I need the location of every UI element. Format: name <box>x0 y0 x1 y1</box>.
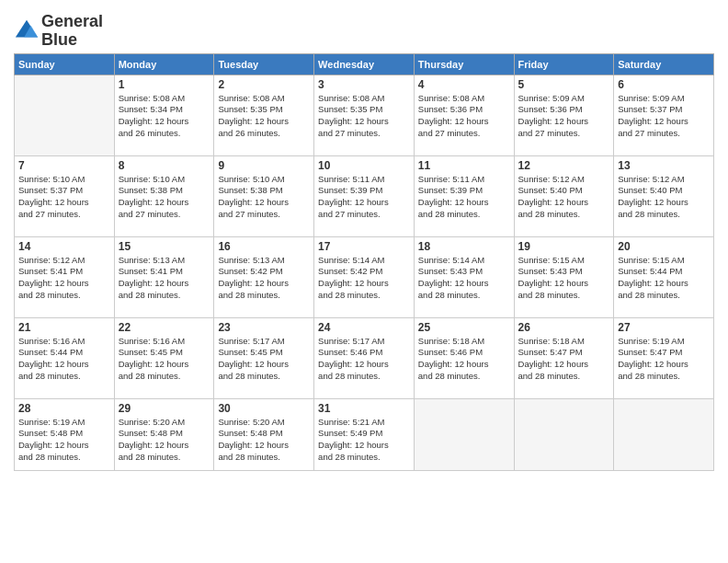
day-number: 1 <box>119 78 210 91</box>
day-info: Sunrise: 5:11 AM Sunset: 5:39 PM Dayligh… <box>418 174 510 221</box>
day-info: Sunrise: 5:12 AM Sunset: 5:41 PM Dayligh… <box>18 255 110 302</box>
calendar-cell <box>15 75 115 155</box>
day-info: Sunrise: 5:08 AM Sunset: 5:35 PM Dayligh… <box>218 93 310 140</box>
day-info: Sunrise: 5:14 AM Sunset: 5:43 PM Dayligh… <box>418 255 510 302</box>
day-number: 19 <box>518 240 610 253</box>
calendar-cell: 27Sunrise: 5:19 AM Sunset: 5:47 PM Dayli… <box>614 317 714 398</box>
calendar-cell: 23Sunrise: 5:17 AM Sunset: 5:45 PM Dayli… <box>214 317 314 398</box>
calendar-cell: 12Sunrise: 5:12 AM Sunset: 5:40 PM Dayli… <box>514 155 614 236</box>
day-number: 29 <box>119 402 210 415</box>
logo-icon <box>14 18 40 44</box>
day-info: Sunrise: 5:17 AM Sunset: 5:46 PM Dayligh… <box>318 336 410 383</box>
calendar-cell: 1Sunrise: 5:08 AM Sunset: 5:34 PM Daylig… <box>114 75 214 155</box>
day-header-sunday: Sunday <box>15 53 115 75</box>
calendar-cell: 6Sunrise: 5:09 AM Sunset: 5:37 PM Daylig… <box>614 75 714 155</box>
calendar-cell <box>414 398 514 470</box>
calendar-cell: 28Sunrise: 5:19 AM Sunset: 5:48 PM Dayli… <box>15 398 115 470</box>
day-info: Sunrise: 5:09 AM Sunset: 5:36 PM Dayligh… <box>518 93 610 140</box>
day-info: Sunrise: 5:08 AM Sunset: 5:35 PM Dayligh… <box>318 93 410 140</box>
calendar-cell: 31Sunrise: 5:21 AM Sunset: 5:49 PM Dayli… <box>314 398 415 470</box>
calendar-cell: 17Sunrise: 5:14 AM Sunset: 5:42 PM Dayli… <box>314 236 415 317</box>
calendar-cell: 25Sunrise: 5:18 AM Sunset: 5:46 PM Dayli… <box>414 317 514 398</box>
day-header-monday: Monday <box>114 53 214 75</box>
day-info: Sunrise: 5:18 AM Sunset: 5:47 PM Dayligh… <box>518 336 610 383</box>
day-number: 8 <box>119 159 210 172</box>
calendar-cell: 10Sunrise: 5:11 AM Sunset: 5:39 PM Dayli… <box>314 155 415 236</box>
day-info: Sunrise: 5:21 AM Sunset: 5:49 PM Dayligh… <box>318 417 410 464</box>
calendar-cell: 11Sunrise: 5:11 AM Sunset: 5:39 PM Dayli… <box>414 155 514 236</box>
day-number: 23 <box>218 321 310 334</box>
calendar-cell: 7Sunrise: 5:10 AM Sunset: 5:37 PM Daylig… <box>15 155 115 236</box>
calendar-cell: 5Sunrise: 5:09 AM Sunset: 5:36 PM Daylig… <box>514 75 614 155</box>
day-info: Sunrise: 5:10 AM Sunset: 5:37 PM Dayligh… <box>18 174 110 221</box>
day-number: 13 <box>618 159 710 172</box>
day-number: 6 <box>618 78 710 91</box>
calendar-cell: 26Sunrise: 5:18 AM Sunset: 5:47 PM Dayli… <box>514 317 614 398</box>
day-info: Sunrise: 5:16 AM Sunset: 5:44 PM Dayligh… <box>18 336 110 383</box>
day-number: 10 <box>318 159 410 172</box>
calendar-cell: 30Sunrise: 5:20 AM Sunset: 5:48 PM Dayli… <box>214 398 314 470</box>
day-info: Sunrise: 5:14 AM Sunset: 5:42 PM Dayligh… <box>318 255 410 302</box>
day-number: 11 <box>418 159 510 172</box>
calendar-cell <box>514 398 614 470</box>
day-number: 21 <box>18 321 110 334</box>
day-number: 15 <box>119 240 210 253</box>
day-header-thursday: Thursday <box>414 53 514 75</box>
day-info: Sunrise: 5:19 AM Sunset: 5:47 PM Dayligh… <box>618 336 710 383</box>
calendar-cell: 22Sunrise: 5:16 AM Sunset: 5:45 PM Dayli… <box>114 317 214 398</box>
day-number: 30 <box>218 402 310 415</box>
day-info: Sunrise: 5:20 AM Sunset: 5:48 PM Dayligh… <box>119 417 210 464</box>
logo: General Blue <box>14 13 103 50</box>
calendar: SundayMondayTuesdayWednesdayThursdayFrid… <box>14 53 714 471</box>
day-number: 7 <box>18 159 110 172</box>
day-info: Sunrise: 5:09 AM Sunset: 5:37 PM Dayligh… <box>618 93 710 140</box>
day-number: 12 <box>518 159 610 172</box>
day-number: 16 <box>218 240 310 253</box>
day-info: Sunrise: 5:20 AM Sunset: 5:48 PM Dayligh… <box>218 417 310 464</box>
day-number: 17 <box>318 240 410 253</box>
calendar-cell: 19Sunrise: 5:15 AM Sunset: 5:43 PM Dayli… <box>514 236 614 317</box>
day-header-tuesday: Tuesday <box>214 53 314 75</box>
calendar-cell: 4Sunrise: 5:08 AM Sunset: 5:36 PM Daylig… <box>414 75 514 155</box>
day-info: Sunrise: 5:11 AM Sunset: 5:39 PM Dayligh… <box>318 174 410 221</box>
day-info: Sunrise: 5:10 AM Sunset: 5:38 PM Dayligh… <box>119 174 210 221</box>
calendar-cell: 21Sunrise: 5:16 AM Sunset: 5:44 PM Dayli… <box>15 317 115 398</box>
day-info: Sunrise: 5:16 AM Sunset: 5:45 PM Dayligh… <box>119 336 210 383</box>
day-number: 20 <box>618 240 710 253</box>
calendar-cell: 9Sunrise: 5:10 AM Sunset: 5:38 PM Daylig… <box>214 155 314 236</box>
day-number: 5 <box>518 78 610 91</box>
day-info: Sunrise: 5:17 AM Sunset: 5:45 PM Dayligh… <box>218 336 310 383</box>
day-number: 27 <box>618 321 710 334</box>
day-header-friday: Friday <box>514 53 614 75</box>
day-number: 31 <box>318 402 410 415</box>
calendar-cell: 16Sunrise: 5:13 AM Sunset: 5:42 PM Dayli… <box>214 236 314 317</box>
logo-text-blue: Blue <box>41 31 103 50</box>
calendar-cell <box>614 398 714 470</box>
page: General Blue SundayMondayTuesdayWednesda… <box>0 0 728 563</box>
day-info: Sunrise: 5:08 AM Sunset: 5:36 PM Dayligh… <box>418 93 510 140</box>
logo-text-general: General <box>41 13 103 31</box>
calendar-cell: 24Sunrise: 5:17 AM Sunset: 5:46 PM Dayli… <box>314 317 415 398</box>
day-info: Sunrise: 5:19 AM Sunset: 5:48 PM Dayligh… <box>18 417 110 464</box>
day-number: 28 <box>18 402 110 415</box>
day-header-saturday: Saturday <box>614 53 714 75</box>
day-info: Sunrise: 5:15 AM Sunset: 5:44 PM Dayligh… <box>618 255 710 302</box>
day-info: Sunrise: 5:13 AM Sunset: 5:41 PM Dayligh… <box>119 255 210 302</box>
day-info: Sunrise: 5:18 AM Sunset: 5:46 PM Dayligh… <box>418 336 510 383</box>
calendar-cell: 18Sunrise: 5:14 AM Sunset: 5:43 PM Dayli… <box>414 236 514 317</box>
calendar-cell: 15Sunrise: 5:13 AM Sunset: 5:41 PM Dayli… <box>114 236 214 317</box>
day-number: 3 <box>318 78 410 91</box>
calendar-cell: 14Sunrise: 5:12 AM Sunset: 5:41 PM Dayli… <box>15 236 115 317</box>
day-number: 26 <box>518 321 610 334</box>
day-number: 24 <box>318 321 410 334</box>
day-number: 25 <box>418 321 510 334</box>
day-info: Sunrise: 5:10 AM Sunset: 5:38 PM Dayligh… <box>218 174 310 221</box>
day-info: Sunrise: 5:12 AM Sunset: 5:40 PM Dayligh… <box>618 174 710 221</box>
day-number: 22 <box>119 321 210 334</box>
day-info: Sunrise: 5:12 AM Sunset: 5:40 PM Dayligh… <box>518 174 610 221</box>
day-info: Sunrise: 5:15 AM Sunset: 5:43 PM Dayligh… <box>518 255 610 302</box>
calendar-cell: 3Sunrise: 5:08 AM Sunset: 5:35 PM Daylig… <box>314 75 415 155</box>
day-number: 18 <box>418 240 510 253</box>
calendar-cell: 8Sunrise: 5:10 AM Sunset: 5:38 PM Daylig… <box>114 155 214 236</box>
calendar-cell: 20Sunrise: 5:15 AM Sunset: 5:44 PM Dayli… <box>614 236 714 317</box>
